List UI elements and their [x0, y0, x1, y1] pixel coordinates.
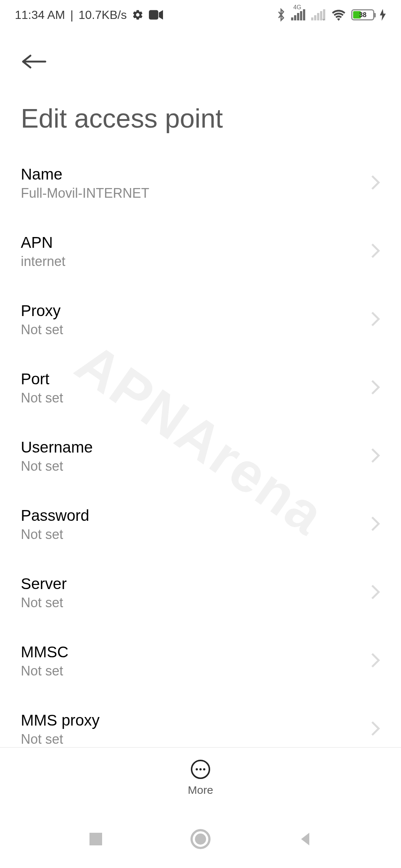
gear-icon	[132, 9, 144, 21]
nav-home-button[interactable]	[190, 829, 211, 849]
status-time: 11:34 AM	[15, 8, 65, 22]
chevron-right-icon	[371, 584, 380, 601]
row-label: Proxy	[21, 302, 63, 320]
chevron-right-icon	[371, 379, 380, 397]
svg-rect-7	[314, 15, 316, 20]
wifi-icon	[331, 9, 346, 21]
svg-rect-4	[300, 11, 302, 20]
system-nav-bar	[0, 810, 401, 868]
row-mmsc[interactable]: MMSC Not set	[21, 627, 380, 695]
row-value: Not set	[21, 458, 93, 474]
nav-recent-button[interactable]	[88, 831, 104, 847]
status-network-speed: 10.7KB/s	[79, 8, 127, 22]
row-value: Not set	[21, 731, 100, 747]
row-value: Not set	[21, 663, 68, 679]
row-label: Password	[21, 507, 89, 525]
row-value: Not set	[21, 527, 89, 542]
svg-rect-5	[303, 9, 305, 20]
row-label: Name	[21, 165, 149, 183]
row-label: Server	[21, 575, 67, 593]
row-port[interactable]: Port Not set	[21, 354, 380, 422]
svg-rect-0	[149, 10, 158, 19]
svg-point-14	[199, 768, 202, 770]
svg-rect-8	[317, 13, 319, 20]
app-bar	[0, 30, 401, 76]
row-server[interactable]: Server Not set	[21, 559, 380, 627]
row-label: MMS proxy	[21, 711, 100, 729]
battery-icon: 38	[351, 9, 374, 20]
status-separator: |	[70, 8, 73, 22]
row-label: Port	[21, 370, 63, 388]
row-value: Not set	[21, 390, 63, 406]
chevron-right-icon	[371, 516, 380, 533]
nav-back-button[interactable]	[297, 831, 313, 847]
svg-rect-2	[294, 15, 296, 20]
chevron-right-icon	[371, 721, 380, 738]
chevron-right-icon	[371, 311, 380, 328]
row-value: Not set	[21, 322, 63, 338]
row-password[interactable]: Password Not set	[21, 490, 380, 559]
svg-rect-6	[311, 17, 313, 20]
svg-point-18	[195, 834, 206, 845]
svg-rect-1	[291, 17, 293, 20]
bluetooth-icon	[276, 8, 286, 22]
row-value: Not set	[21, 595, 67, 611]
row-username[interactable]: Username Not set	[21, 422, 380, 490]
more-button[interactable]: More	[188, 759, 213, 796]
svg-text:x: x	[322, 17, 325, 20]
signal-2-icon: x	[311, 9, 326, 20]
status-bar: 11:34 AM | 10.7KB/s 4G x	[0, 0, 401, 30]
chevron-right-icon	[371, 652, 380, 670]
row-apn[interactable]: APN internet	[21, 217, 380, 286]
signal-1-icon: 4G	[291, 9, 306, 20]
more-label: More	[188, 784, 213, 796]
settings-list: Name Full-Movil-INTERNET APN internet Pr…	[0, 149, 401, 763]
page-title: Edit access point	[0, 76, 401, 149]
row-proxy[interactable]: Proxy Not set	[21, 286, 380, 354]
row-mms-proxy[interactable]: MMS proxy Not set	[21, 695, 380, 763]
row-label: APN	[21, 234, 65, 251]
row-value: internet	[21, 254, 65, 269]
charging-icon	[379, 9, 386, 21]
svg-point-15	[203, 768, 205, 770]
row-label: MMSC	[21, 643, 68, 661]
chevron-right-icon	[371, 175, 380, 192]
row-label: Username	[21, 438, 93, 456]
svg-rect-16	[89, 833, 102, 845]
video-icon	[149, 10, 163, 20]
chevron-right-icon	[371, 243, 380, 260]
row-value: Full-Movil-INTERNET	[21, 185, 149, 201]
svg-point-13	[196, 768, 198, 770]
svg-rect-3	[297, 13, 299, 20]
back-button[interactable]	[21, 47, 50, 76]
row-name[interactable]: Name Full-Movil-INTERNET	[21, 149, 380, 217]
chevron-right-icon	[371, 448, 380, 465]
